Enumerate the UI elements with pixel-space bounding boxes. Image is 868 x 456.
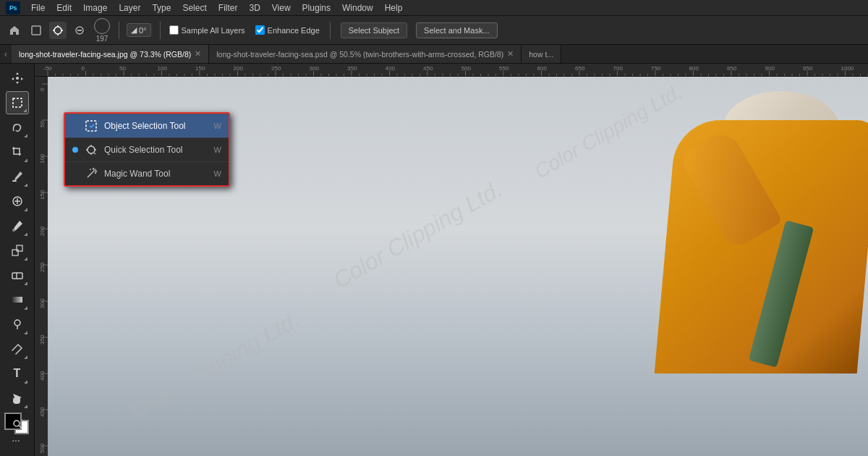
brush-size-label: 197 xyxy=(96,35,109,43)
menu-bar: Ps File Edit Image Layer Type Select Fil… xyxy=(0,0,868,16)
svg-point-15 xyxy=(14,320,20,326)
menu-type[interactable]: Type xyxy=(147,1,176,14)
tool-gradient[interactable] xyxy=(6,288,29,311)
svg-rect-14 xyxy=(12,297,22,303)
flyout-magic-wand-key: W xyxy=(214,169,221,178)
tool-subtract-icon[interactable] xyxy=(71,22,88,39)
enhance-edge-label: Enhance Edge xyxy=(268,26,320,35)
svg-point-9 xyxy=(12,229,15,232)
tool-clone[interactable] xyxy=(6,239,29,262)
flyout-quick-selection[interactable]: Quick Selection Tool W xyxy=(65,138,229,161)
tool-healing[interactable] xyxy=(6,190,29,213)
tool-pen[interactable] xyxy=(6,337,29,360)
svg-line-19 xyxy=(19,426,22,428)
angle-icon: ◢ xyxy=(131,25,137,35)
angle-value: 0° xyxy=(139,26,147,35)
tool-flyout-menu: Object Selection Tool W Quick Selection … xyxy=(64,112,230,187)
tool-eyedropper[interactable] xyxy=(6,165,29,188)
magic-wand-icon xyxy=(84,166,98,181)
flyout-quick-selection-key: W xyxy=(214,145,221,154)
left-toolbar: T xyxy=(0,64,35,456)
select-subject-button[interactable]: Select Subject xyxy=(341,22,407,38)
tool-text[interactable]: T xyxy=(6,362,29,385)
sample-all-layers-label: Sample All Layers xyxy=(182,26,245,35)
tab-1[interactable]: long-shot-traveler-facing-sea.psd @ 50.5… xyxy=(209,45,522,63)
svg-rect-12 xyxy=(12,273,22,279)
ruler-h-ticks xyxy=(35,64,868,77)
menu-help[interactable]: Help xyxy=(380,1,408,14)
tool-selection[interactable] xyxy=(6,91,29,114)
tool-select-icon[interactable] xyxy=(27,22,45,39)
text-tool-icon: T xyxy=(14,367,21,380)
flyout-magic-wand[interactable]: Magic Wand Tool W xyxy=(65,161,229,185)
tab-scroll-left[interactable]: ‹ xyxy=(0,49,12,59)
tool-eraser[interactable] xyxy=(6,263,29,287)
tool-move[interactable] xyxy=(6,67,29,90)
sample-all-layers-option[interactable]: Sample All Layers xyxy=(169,25,245,35)
svg-rect-0 xyxy=(32,26,41,35)
select-and-mask-button[interactable]: Select and Mask... xyxy=(416,22,498,38)
tool-extra[interactable]: ··· xyxy=(6,430,26,450)
ruler-vertical xyxy=(35,77,48,456)
quick-selection-icon xyxy=(84,143,98,157)
flyout-magic-wand-label: Magic Wand Tool xyxy=(104,169,208,179)
options-bar: 197 ◢ 0° Sample All Layers Enhance Edge … xyxy=(0,16,868,45)
menu-filter[interactable]: Filter xyxy=(213,1,243,14)
menu-3d[interactable]: 3D xyxy=(244,1,265,14)
menu-plugins[interactable]: Plugins xyxy=(297,1,336,14)
menu-window[interactable]: Window xyxy=(337,1,378,14)
flyout-quick-selection-label: Quick Selection Tool xyxy=(104,145,208,155)
flyout-dot-empty-3 xyxy=(72,171,78,177)
tool-brush[interactable] xyxy=(6,214,29,237)
person-area xyxy=(637,77,868,456)
home-icon[interactable] xyxy=(6,22,23,39)
menu-layer[interactable]: Layer xyxy=(114,1,145,14)
flyout-active-dot xyxy=(72,147,78,153)
ps-logo: Ps xyxy=(6,1,20,14)
flyout-object-selection[interactable]: Object Selection Tool W xyxy=(65,114,229,138)
flyout-dot-empty-1 xyxy=(72,123,78,129)
menu-select[interactable]: Select xyxy=(177,1,211,14)
tab-0[interactable]: long-shot-traveler-facing-sea.jpg @ 73.3… xyxy=(12,45,209,63)
tab-1-label: long-shot-traveler-facing-sea.psd @ 50.5… xyxy=(216,50,503,59)
svg-point-18 xyxy=(14,421,20,426)
tab-bar: ‹ long-shot-traveler-facing-sea.jpg @ 73… xyxy=(0,45,868,64)
ruler-horizontal: // ruler ticks rendered via JS below xyxy=(35,64,868,77)
tab-0-close[interactable]: ✕ xyxy=(195,49,201,59)
flyout-object-selection-key: W xyxy=(214,122,221,130)
object-selection-icon xyxy=(84,119,98,133)
tab-2-label: how t... xyxy=(529,50,553,59)
tab-0-label: long-shot-traveler-facing-sea.jpg @ 73.3… xyxy=(19,50,191,59)
tool-hand[interactable] xyxy=(6,388,29,411)
tool-lasso[interactable] xyxy=(6,116,29,139)
angle-input[interactable]: ◢ 0° xyxy=(127,23,151,37)
menu-edit[interactable]: Edit xyxy=(51,1,77,14)
svg-rect-10 xyxy=(12,250,18,256)
ps-logo-text: Ps xyxy=(9,4,17,12)
extra-tools-icon: ··· xyxy=(12,434,20,446)
tool-dodge[interactable] xyxy=(6,313,29,336)
sample-all-layers-checkbox[interactable] xyxy=(169,25,179,35)
svg-line-22 xyxy=(88,172,93,177)
menu-file[interactable]: File xyxy=(26,1,50,14)
flyout-object-selection-label: Object Selection Tool xyxy=(104,121,208,131)
svg-rect-4 xyxy=(13,98,22,107)
menu-view[interactable]: View xyxy=(267,1,296,14)
tab-2[interactable]: how t... xyxy=(522,45,561,63)
brush-size-preview[interactable]: 197 xyxy=(94,18,110,43)
svg-point-1 xyxy=(54,27,61,34)
menu-image[interactable]: Image xyxy=(78,1,112,14)
svg-point-24 xyxy=(93,169,96,172)
tab-1-close[interactable]: ✕ xyxy=(507,49,514,59)
tool-crop[interactable] xyxy=(6,140,29,164)
svg-rect-20 xyxy=(86,121,96,131)
svg-rect-11 xyxy=(17,245,22,251)
enhance-edge-checkbox[interactable] xyxy=(255,25,265,35)
svg-rect-5 xyxy=(12,180,17,182)
enhance-edge-option[interactable]: Enhance Edge xyxy=(255,25,320,35)
tool-quick-select-icon[interactable] xyxy=(49,22,67,39)
